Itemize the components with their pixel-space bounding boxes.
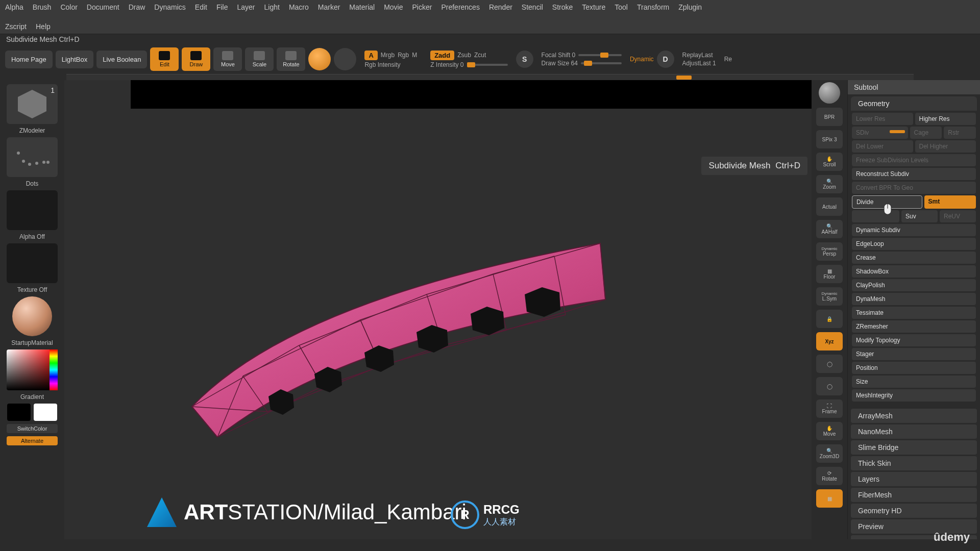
mesh-object[interactable] (161, 223, 610, 437)
aahalf-button[interactable]: 🔍AAHalf (816, 220, 843, 238)
z-axis-button[interactable]: ◯ (816, 377, 843, 395)
suv-toggle[interactable]: Suv (901, 210, 938, 222)
move-mode-button[interactable]: Move (213, 47, 242, 71)
claypolish-item[interactable]: ClayPolish (852, 279, 976, 291)
mrgb-toggle[interactable]: Mrgb (381, 52, 395, 59)
nanomesh-item[interactable]: NanoMesh (851, 424, 977, 439)
tessimate-item[interactable]: Tessimate (852, 307, 976, 319)
lock-button[interactable]: 🔒 (816, 310, 843, 328)
rgb-toggle[interactable]: Rgb (398, 52, 409, 59)
z-intensity-slider[interactable] (467, 64, 508, 66)
stroke-thumb[interactable] (7, 137, 58, 177)
replay-last-button[interactable]: ReplayLast (682, 52, 716, 59)
rotate-view-button[interactable]: ⟳Rotate (816, 467, 843, 485)
alternate-button[interactable]: Alternate (7, 436, 58, 445)
dynamesh-item[interactable]: DynaMesh (852, 293, 976, 305)
menu-document[interactable]: Document (87, 3, 119, 11)
dynamic-toggle[interactable]: Dynamic (630, 56, 654, 63)
brush-circle-b[interactable] (334, 48, 356, 70)
d-badge[interactable]: D (657, 51, 674, 68)
frame-button[interactable]: ⛶Frame (816, 399, 843, 418)
divide-button[interactable]: Divide (852, 195, 922, 209)
zsub-toggle[interactable]: Zsub (457, 52, 471, 59)
modify-topology-item[interactable]: Modify Topology (852, 334, 976, 346)
menu-draw[interactable]: Draw (129, 3, 145, 11)
m-toggle[interactable]: M (412, 52, 417, 59)
menu-brush[interactable]: Brush (33, 3, 52, 11)
slime-bridge-item[interactable]: Slime Bridge (851, 440, 977, 455)
floor-button[interactable]: ▦Floor (816, 265, 843, 283)
s-badge[interactable]: S (516, 51, 533, 68)
viewport[interactable]: ARTSTATION/Milad_Kambari R RRCG人人素材 Subd… (64, 80, 812, 539)
menu-stencil[interactable]: Stencil (522, 3, 543, 11)
gradient-label[interactable]: Gradient (20, 393, 44, 400)
actual-button[interactable]: Actual (816, 197, 843, 216)
menu-color[interactable]: Color (60, 3, 77, 11)
edit-mode-button[interactable]: Edit (150, 47, 179, 71)
convert-bpr-button[interactable]: Convert BPR To Geo (852, 182, 976, 194)
fibermesh-item[interactable]: FiberMesh (851, 488, 977, 502)
rotate-mode-button[interactable]: Rotate (277, 47, 305, 71)
menu-tool[interactable]: Tool (615, 3, 628, 11)
menu-zscript[interactable]: Zscript (5, 22, 27, 31)
menu-file[interactable]: File (216, 3, 228, 11)
sdiv-slider[interactable]: SDiv (852, 127, 908, 139)
swatch-white[interactable] (34, 404, 57, 421)
subtool-header[interactable]: Subtool (848, 80, 980, 94)
shadowbox-item[interactable]: ShadowBox (852, 265, 976, 278)
menu-zplugin[interactable]: Zplugin (678, 3, 702, 11)
menu-picker[interactable]: Picker (412, 3, 432, 11)
zremesher-item[interactable]: ZRemesher (852, 320, 976, 333)
focal-slider[interactable] (578, 54, 622, 56)
reconstruct-subdiv-button[interactable]: Reconstruct Subdiv (852, 168, 976, 180)
timeline[interactable] (66, 74, 914, 80)
texture-thumb[interactable] (7, 243, 58, 283)
active-tool-thumb[interactable]: 1 (7, 84, 58, 124)
timeline-marker[interactable] (676, 76, 692, 80)
menu-material[interactable]: Material (349, 3, 375, 11)
lightbox-button[interactable]: LightBox (56, 51, 94, 68)
position-item[interactable]: Position (852, 362, 976, 374)
cage-toggle[interactable]: Cage (910, 127, 942, 139)
scroll-button[interactable]: ✋Scroll (816, 153, 843, 171)
menu-render[interactable]: Render (489, 3, 512, 11)
switch-color-button[interactable]: SwitchColor (7, 424, 58, 433)
swatch-black[interactable] (7, 404, 31, 421)
zcut-toggle[interactable]: Zcut (474, 52, 486, 59)
alpha-thumb[interactable] (7, 190, 58, 230)
smt-toggle[interactable]: Smt (924, 195, 976, 209)
mesh-integrity-item[interactable]: MeshIntegrity (852, 389, 976, 402)
menu-dynamics[interactable]: Dynamics (154, 3, 185, 11)
rstr-toggle[interactable]: Rstr (944, 127, 976, 139)
draw-size-slider[interactable] (581, 62, 622, 64)
a-toggle[interactable]: A (364, 51, 377, 60)
persp-button[interactable]: DynamicPersp (816, 242, 843, 261)
arraymesh-item[interactable]: ArrayMesh (851, 409, 977, 423)
render-sphere-icon[interactable] (819, 82, 840, 104)
bpr-button[interactable]: BPR (816, 108, 843, 126)
crease-item[interactable]: Crease (852, 252, 976, 264)
draw-mode-button[interactable]: Draw (182, 47, 210, 71)
higher-res-button[interactable]: Higher Res (915, 113, 976, 125)
menu-edit[interactable]: Edit (195, 3, 207, 11)
lsym-button[interactable]: DynamicL.Sym (816, 287, 843, 306)
adjust-last-label[interactable]: AdjustLast 1 (682, 60, 716, 67)
live-boolean-button[interactable]: Live Boolean (96, 51, 147, 68)
brush-circle-a[interactable] (308, 48, 331, 70)
menu-help[interactable]: Help (36, 22, 51, 31)
edgeloop-item[interactable]: EdgeLoop (852, 238, 976, 250)
dynamic-subdiv-item[interactable]: Dynamic Subdiv (852, 224, 976, 236)
menu-macro[interactable]: Macro (289, 3, 309, 11)
menu-preferences[interactable]: Preferences (441, 3, 479, 11)
hue-strip[interactable] (50, 349, 58, 390)
re-button[interactable]: Re (724, 56, 732, 63)
stager-item[interactable]: Stager (852, 348, 976, 360)
move-view-button[interactable]: ✋Move (816, 422, 843, 440)
menu-marker[interactable]: Marker (318, 3, 340, 11)
geometry-hd-item[interactable]: Geometry HD (851, 504, 977, 518)
spix-button[interactable]: SPix 3 (816, 130, 843, 148)
home-page-button[interactable]: Home Page (5, 51, 53, 68)
menu-transform[interactable]: Transform (637, 3, 669, 11)
lower-res-button[interactable]: Lower Res (852, 113, 913, 125)
thick-skin-item[interactable]: Thick Skin (851, 456, 977, 470)
